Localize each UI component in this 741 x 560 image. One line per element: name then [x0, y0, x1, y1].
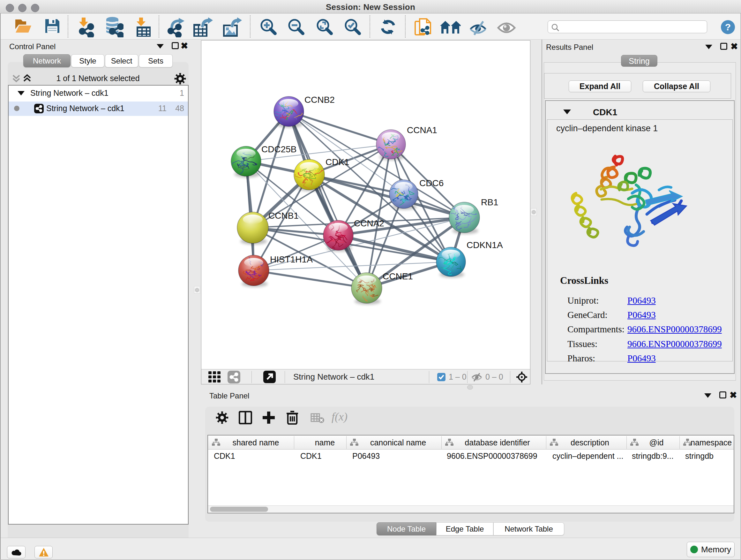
svg-text:?: ? [725, 22, 731, 32]
svg-text:CDC25B: CDC25B [261, 144, 296, 154]
svg-text:CCNE1: CCNE1 [383, 271, 413, 281]
svg-text:CCNB1: CCNB1 [268, 211, 299, 221]
svg-text:CCNB2: CCNB2 [305, 95, 335, 105]
svg-text:HIST1H1A: HIST1H1A [270, 254, 313, 264]
svg-text:CDK1: CDK1 [326, 157, 349, 167]
svg-text:CDC6: CDC6 [419, 178, 444, 188]
svg-text:RB1: RB1 [481, 197, 498, 207]
svg-text:CCNA1: CCNA1 [407, 125, 437, 135]
svg-text:CDKN1A: CDKN1A [467, 240, 503, 250]
svg-text:CCNA2: CCNA2 [354, 219, 384, 228]
